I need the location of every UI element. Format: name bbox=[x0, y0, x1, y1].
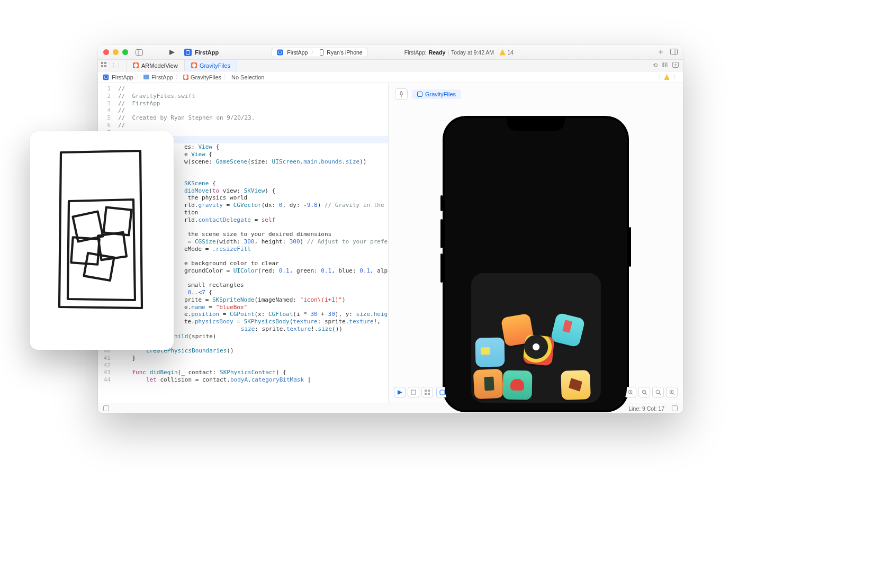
preview-pane: GravityFiles bbox=[389, 83, 683, 403]
svg-rect-18 bbox=[425, 390, 427, 392]
status-sep: | bbox=[447, 49, 449, 56]
xcode-window: FirstApp FirstApp 〉 Ryan's iPhone FirstA… bbox=[98, 45, 683, 413]
sidebar-toggle-icon[interactable] bbox=[133, 49, 145, 56]
close-button[interactable] bbox=[103, 49, 109, 55]
crumb-3: GravityFiles bbox=[191, 74, 221, 80]
crumb-1: FirstApp bbox=[112, 74, 133, 80]
next-issue-button[interactable]: 〉 bbox=[673, 73, 679, 81]
activity-status: FirstApp: Ready | Today at 9:42 AM bbox=[404, 49, 494, 56]
add-button[interactable]: ＋ bbox=[656, 47, 665, 58]
minimize-button[interactable] bbox=[113, 49, 119, 55]
svg-rect-5 bbox=[101, 62, 103, 64]
pin-button[interactable] bbox=[395, 88, 408, 100]
svg-line-31 bbox=[659, 393, 661, 395]
svg-rect-12 bbox=[667, 62, 668, 67]
svg-rect-37 bbox=[104, 207, 132, 236]
svg-rect-3 bbox=[671, 49, 678, 55]
variants-button[interactable] bbox=[421, 387, 433, 397]
warning-icon bbox=[499, 49, 506, 56]
cube-icon bbox=[417, 92, 422, 97]
svg-rect-22 bbox=[440, 390, 445, 395]
app-tile bbox=[523, 334, 554, 366]
library-toggle-icon[interactable] bbox=[670, 49, 678, 56]
svg-line-33 bbox=[673, 393, 674, 395]
crumb-4: No Selection bbox=[231, 74, 264, 80]
physics-box bbox=[471, 273, 601, 403]
live-preview-button[interactable] bbox=[394, 387, 406, 397]
svg-rect-6 bbox=[104, 62, 106, 64]
related-items-icon[interactable] bbox=[101, 62, 107, 69]
run-destination[interactable]: FirstApp 〉 Ryan's iPhone bbox=[272, 48, 367, 57]
zoom-out-button[interactable] bbox=[638, 387, 650, 397]
svg-rect-8 bbox=[104, 65, 106, 67]
preview-canvas[interactable] bbox=[389, 105, 683, 412]
app-icon bbox=[184, 49, 192, 56]
selectable-preview-button[interactable] bbox=[408, 387, 419, 397]
svg-rect-21 bbox=[428, 393, 430, 395]
svg-rect-0 bbox=[136, 49, 143, 55]
app-tile bbox=[561, 370, 591, 400]
svg-rect-9 bbox=[662, 62, 663, 67]
svg-line-28 bbox=[645, 393, 647, 395]
swift-icon bbox=[183, 75, 188, 80]
app-tile bbox=[475, 338, 505, 367]
back-button[interactable]: 〈 bbox=[109, 61, 115, 69]
refresh-icon[interactable]: ⟲ bbox=[653, 62, 658, 69]
tab-armodelview[interactable]: ARModelView bbox=[127, 60, 185, 71]
add-editor-icon[interactable] bbox=[672, 62, 679, 69]
app-screen bbox=[453, 255, 618, 403]
tab-gravityfiles[interactable]: GravityFiles bbox=[185, 60, 237, 71]
chip-label: GravityFiles bbox=[425, 91, 456, 97]
tab-label: ARModelView bbox=[141, 62, 178, 69]
svg-rect-10 bbox=[663, 62, 664, 67]
svg-rect-20 bbox=[425, 393, 427, 395]
svg-line-24 bbox=[632, 393, 633, 395]
zoom-in-button[interactable] bbox=[666, 387, 678, 397]
window-controls bbox=[103, 49, 128, 55]
app-tile bbox=[550, 312, 586, 348]
adjust-editor-icon[interactable] bbox=[662, 62, 668, 69]
svg-marker-16 bbox=[398, 390, 402, 395]
folder-icon bbox=[143, 75, 149, 79]
svg-rect-19 bbox=[428, 390, 430, 392]
debug-area-toggle[interactable] bbox=[103, 405, 109, 411]
swift-icon bbox=[133, 62, 139, 68]
prev-issue-button[interactable]: 〈 bbox=[655, 73, 661, 81]
phone-icon bbox=[320, 49, 323, 56]
swift-icon bbox=[191, 62, 197, 68]
status-time: Today at 9:42 AM bbox=[451, 49, 494, 56]
run-button[interactable] bbox=[166, 49, 178, 56]
target-device: Ryan's iPhone bbox=[327, 49, 362, 56]
zoom-button[interactable] bbox=[122, 49, 128, 55]
status-app: FirstApp: bbox=[404, 49, 427, 56]
warning-count: 14 bbox=[507, 49, 514, 56]
phone-notch bbox=[507, 116, 565, 131]
svg-rect-17 bbox=[411, 390, 416, 394]
scheme-selector[interactable]: FirstApp bbox=[184, 49, 219, 56]
sketch-card bbox=[30, 131, 174, 350]
preview-selector-chip[interactable]: GravityFiles bbox=[412, 89, 461, 99]
tab-bar: 〈 〉 ARModelView GravityFiles ⟲ bbox=[98, 60, 683, 71]
warnings-indicator[interactable]: 14 bbox=[499, 49, 514, 56]
forward-button[interactable]: 〉 bbox=[117, 61, 123, 69]
target-app: FirstApp bbox=[287, 49, 308, 56]
crumb-2: FirstApp bbox=[151, 74, 173, 80]
scheme-label: FirstApp bbox=[195, 49, 219, 56]
main-split: 1234567 3738394041424344 // // GravityFi… bbox=[98, 83, 683, 403]
svg-marker-2 bbox=[169, 50, 175, 55]
phone-side-button bbox=[629, 227, 631, 267]
sketch-drawing bbox=[48, 149, 156, 332]
zoom-actual-button[interactable] bbox=[652, 387, 664, 397]
status-state: Ready bbox=[429, 49, 446, 56]
svg-rect-38 bbox=[71, 237, 99, 264]
jump-bar[interactable]: FirstApp 〉 FirstApp 〉 GravityFiles 〉 No … bbox=[98, 71, 683, 83]
svg-point-30 bbox=[656, 390, 660, 394]
tab-label: GravityFiles bbox=[200, 62, 230, 69]
app-tile bbox=[473, 369, 503, 400]
phone-frame bbox=[443, 116, 629, 412]
app-icon bbox=[103, 74, 109, 80]
preview-toolbar: GravityFiles bbox=[389, 83, 683, 105]
warning-icon bbox=[664, 74, 670, 80]
svg-rect-7 bbox=[101, 65, 103, 67]
app-icon bbox=[277, 49, 283, 55]
